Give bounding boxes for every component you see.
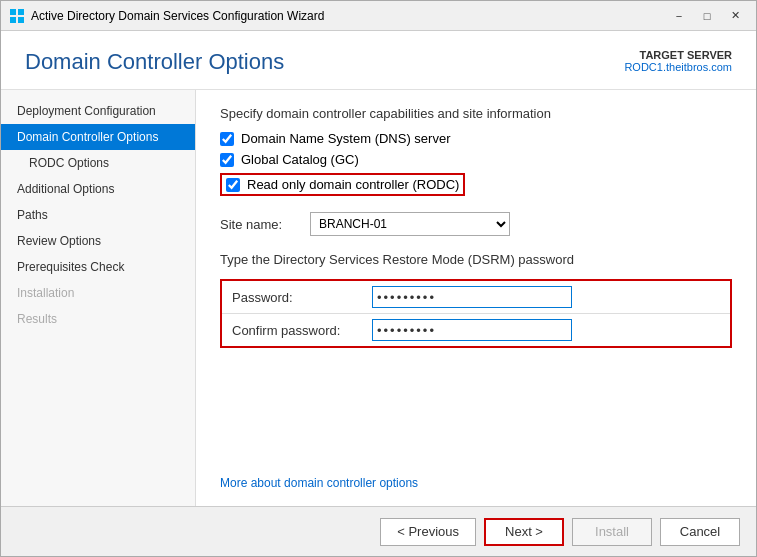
sidebar-item-prerequisites-check[interactable]: Prerequisites Check: [1, 254, 195, 280]
sidebar-item-review-options[interactable]: Review Options: [1, 228, 195, 254]
password-grid: Password: Confirm password:: [220, 279, 732, 348]
form-panel: Specify domain controller capabilities a…: [196, 90, 756, 506]
maximize-button[interactable]: □: [694, 6, 720, 26]
dns-server-checkbox[interactable]: [220, 132, 234, 146]
capabilities-title: Specify domain controller capabilities a…: [220, 106, 732, 121]
rodc-label: Read only domain controller (RODC): [247, 177, 459, 192]
confirm-password-row: Confirm password:: [222, 313, 730, 346]
site-select[interactable]: BRANCH-01 Default-First-Site-Name: [310, 212, 510, 236]
dsrm-title: Type the Directory Services Restore Mode…: [220, 252, 732, 267]
global-catalog-row: Global Catalog (GC): [220, 152, 732, 167]
rodc-row: Read only domain controller (RODC): [220, 173, 465, 196]
sidebar-item-installation: Installation: [1, 280, 195, 306]
more-info-link[interactable]: More about domain controller options: [220, 456, 732, 490]
global-catalog-label: Global Catalog (GC): [241, 152, 359, 167]
site-label: Site name:: [220, 217, 310, 232]
header-section: Domain Controller Options TARGET SERVER …: [1, 31, 756, 90]
dns-server-label: Domain Name System (DNS) server: [241, 131, 451, 146]
rodc-checkbox[interactable]: [226, 178, 240, 192]
main-window: Active Directory Domain Services Configu…: [0, 0, 757, 557]
svg-rect-0: [10, 9, 16, 15]
titlebar-title: Active Directory Domain Services Configu…: [31, 9, 666, 23]
svg-rect-1: [18, 9, 24, 15]
sidebar-item-results: Results: [1, 306, 195, 332]
minimize-button[interactable]: −: [666, 6, 692, 26]
main-body: Deployment Configuration Domain Controll…: [1, 90, 756, 506]
sidebar-item-domain-controller-options[interactable]: Domain Controller Options: [1, 124, 195, 150]
sidebar-item-deployment-configuration[interactable]: Deployment Configuration: [1, 98, 195, 124]
titlebar: Active Directory Domain Services Configu…: [1, 1, 756, 31]
next-button[interactable]: Next >: [484, 518, 564, 546]
close-button[interactable]: ✕: [722, 6, 748, 26]
svg-rect-3: [18, 17, 24, 23]
sidebar-item-paths[interactable]: Paths: [1, 202, 195, 228]
dns-server-row: Domain Name System (DNS) server: [220, 131, 732, 146]
cancel-button[interactable]: Cancel: [660, 518, 740, 546]
titlebar-controls: − □ ✕: [666, 6, 748, 26]
target-server-value: RODC1.theitbros.com: [624, 61, 732, 73]
confirm-password-label: Confirm password:: [232, 323, 372, 338]
svg-rect-2: [10, 17, 16, 23]
confirm-password-input[interactable]: [372, 319, 572, 341]
global-catalog-checkbox[interactable]: [220, 153, 234, 167]
password-row: Password:: [222, 281, 730, 313]
password-input[interactable]: [372, 286, 572, 308]
target-server-label: TARGET SERVER: [624, 49, 732, 61]
target-server-info: TARGET SERVER RODC1.theitbros.com: [624, 49, 732, 73]
bottom-bar: < Previous Next > Install Cancel: [1, 506, 756, 556]
titlebar-icon: [9, 8, 25, 24]
content-area: Domain Controller Options TARGET SERVER …: [1, 31, 756, 556]
install-button: Install: [572, 518, 652, 546]
password-label: Password:: [232, 290, 372, 305]
previous-button[interactable]: < Previous: [380, 518, 476, 546]
site-row: Site name: BRANCH-01 Default-First-Site-…: [220, 212, 732, 236]
sidebar-item-additional-options[interactable]: Additional Options: [1, 176, 195, 202]
sidebar-item-rodc-options[interactable]: RODC Options: [1, 150, 195, 176]
page-title: Domain Controller Options: [25, 49, 284, 75]
sidebar: Deployment Configuration Domain Controll…: [1, 90, 196, 506]
